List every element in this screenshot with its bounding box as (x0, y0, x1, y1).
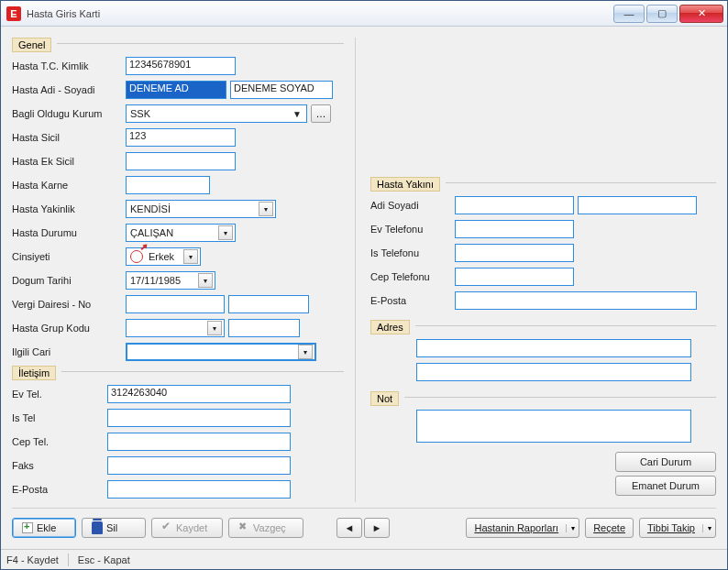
ev-tel-input[interactable]: 3124263040 (107, 385, 291, 403)
vergi-daire-input[interactable] (126, 295, 225, 313)
save-icon (161, 522, 172, 533)
chevron-down-icon: ▾ (259, 202, 273, 216)
yk-cep-input[interactable] (455, 268, 574, 286)
status-esc: Esc - Kapat (78, 554, 130, 565)
status-f4: F4 - Kaydet (6, 554, 59, 565)
grup-kodu-select[interactable]: ▾ (126, 319, 225, 337)
label-yk-ev: Ev Telefonu (370, 224, 451, 235)
tibbi-takip-button[interactable]: Tibbi Takip▾ (639, 518, 716, 538)
chevron-down-icon: ▼ (290, 106, 304, 121)
male-icon (130, 250, 143, 263)
faks-input[interactable] (107, 456, 291, 475)
yk-adi1-input[interactable] (455, 196, 574, 214)
window-title: Hasta Giris Karti (27, 8, 612, 19)
close-button[interactable]: ✕ (679, 5, 723, 23)
label-karne: Hasta Karne (12, 180, 122, 191)
minimize-button[interactable]: — (613, 5, 645, 23)
yk-eposta-input[interactable] (455, 291, 697, 310)
vazgec-button[interactable]: Vazgeç (228, 518, 303, 538)
chevron-down-icon: ▾ (207, 321, 222, 335)
bottom-toolbar: Ekle Sil Kaydet Vazgeç ◄ ► Hastanin Rapo… (12, 512, 716, 538)
bagli-kurum-select[interactable]: SSK▼ (126, 104, 307, 123)
chevron-down-icon: ▾ (198, 273, 213, 288)
raporlar-button[interactable]: Hastanin Raporları▾ (466, 518, 579, 538)
ekle-button[interactable]: Ekle (12, 518, 76, 538)
group-hasta-yakini: Hasta Yakını (370, 177, 440, 192)
cancel-icon (238, 522, 249, 533)
group-iletisim: İletişim (12, 366, 56, 380)
cep-tel-input[interactable] (107, 433, 291, 451)
label-yk-cep: Cep Telefonu (370, 271, 451, 282)
chevron-down-icon: ▾ (702, 524, 715, 532)
cari-durum-button[interactable]: Cari Durum (615, 452, 716, 472)
grup-kodu2-input[interactable] (228, 319, 300, 337)
kaydet-button[interactable]: Kaydet (151, 518, 223, 538)
label-bagli-kurum: Bagli Oldugu Kurum (12, 108, 122, 119)
chevron-down-icon: ▾ (183, 249, 198, 264)
label-yk-adi: Adi Soyadi (370, 200, 451, 211)
label-ev-tel: Ev Tel. (12, 389, 104, 400)
label-yakinlik: Hasta Yakinlik (12, 203, 122, 214)
label-faks: Faks (12, 460, 104, 471)
app-icon: E (6, 6, 21, 21)
nav-next-button[interactable]: ► (364, 518, 390, 538)
label-tc-kimlik: Hasta T.C. Kimlik (12, 60, 122, 71)
dogum-date[interactable]: 17/11/1985▾ (126, 271, 215, 290)
add-icon (22, 522, 33, 533)
yk-ev-input[interactable] (455, 220, 574, 238)
durumu-select[interactable]: ÇALIŞAN▾ (126, 224, 236, 242)
tc-kimlik-input[interactable]: 12345678901 (126, 57, 236, 75)
emanet-durum-button[interactable]: Emanet Durum (615, 476, 716, 496)
label-yk-is: Is Telefonu (370, 247, 451, 258)
label-vergi: Vergi Dairesi - No (12, 299, 122, 310)
nav-prev-button[interactable]: ◄ (336, 518, 362, 538)
adi-input[interactable]: DENEME AD (126, 81, 226, 99)
chevron-down-icon: ▾ (298, 345, 313, 359)
delete-icon (92, 521, 103, 534)
label-yk-eposta: E-Posta (370, 295, 451, 306)
eposta-input[interactable] (107, 480, 291, 499)
label-grup-kodu: Hasta Grup Kodu (12, 323, 122, 334)
cinsiyet-select[interactable]: Erkek▾ (126, 247, 201, 266)
group-not: Not (370, 391, 399, 406)
group-genel: Genel (12, 38, 51, 52)
label-sicil: Hasta Sicil (12, 132, 122, 143)
patient-entry-window: E Hasta Giris Karti — ▢ ✕ Genel Hasta T.… (0, 0, 728, 570)
ilgili-cari-select[interactable]: ▾ (126, 343, 316, 361)
kurum-more-button[interactable]: … (311, 104, 331, 123)
recete-button[interactable]: Reçete (585, 518, 634, 538)
sicil-input[interactable]: 123 (126, 128, 236, 147)
label-cep-tel: Cep Tel. (12, 436, 104, 447)
yakinlik-select[interactable]: KENDİSİ▾ (126, 200, 276, 218)
label-ek-sicil: Hasta Ek Sicil (12, 156, 122, 167)
adres2-input[interactable] (416, 363, 691, 381)
label-cinsiyet: Cinsiyeti (12, 251, 122, 262)
maximize-button[interactable]: ▢ (646, 5, 678, 23)
not-input[interactable] (416, 410, 691, 443)
titlebar: E Hasta Giris Karti — ▢ ✕ (1, 1, 727, 27)
yk-adi2-input[interactable] (578, 196, 697, 214)
label-eposta: E-Posta (12, 484, 104, 495)
chevron-down-icon: ▾ (218, 225, 233, 240)
is-tel-input[interactable] (107, 409, 291, 427)
karne-input[interactable] (126, 176, 210, 194)
label-ilgili-cari: Ilgili Cari (12, 346, 122, 357)
soyadi-input[interactable]: DENEME SOYAD (230, 81, 333, 99)
ek-sicil-input[interactable] (126, 152, 236, 170)
vergi-no-input[interactable] (228, 295, 309, 313)
label-adi-soyadi: Hasta Adi - Soyadi (12, 84, 122, 95)
sil-button[interactable]: Sil (82, 518, 146, 538)
label-durumu: Hasta Durumu (12, 227, 122, 238)
statusbar: F4 - Kaydet Esc - Kapat (1, 549, 727, 569)
yk-is-input[interactable] (455, 244, 574, 262)
adres1-input[interactable] (416, 339, 691, 357)
label-is-tel: Is Tel (12, 412, 104, 423)
group-adres: Adres (370, 320, 410, 334)
label-dogum: Dogum Tarihi (12, 275, 122, 286)
chevron-down-icon: ▾ (566, 524, 579, 532)
